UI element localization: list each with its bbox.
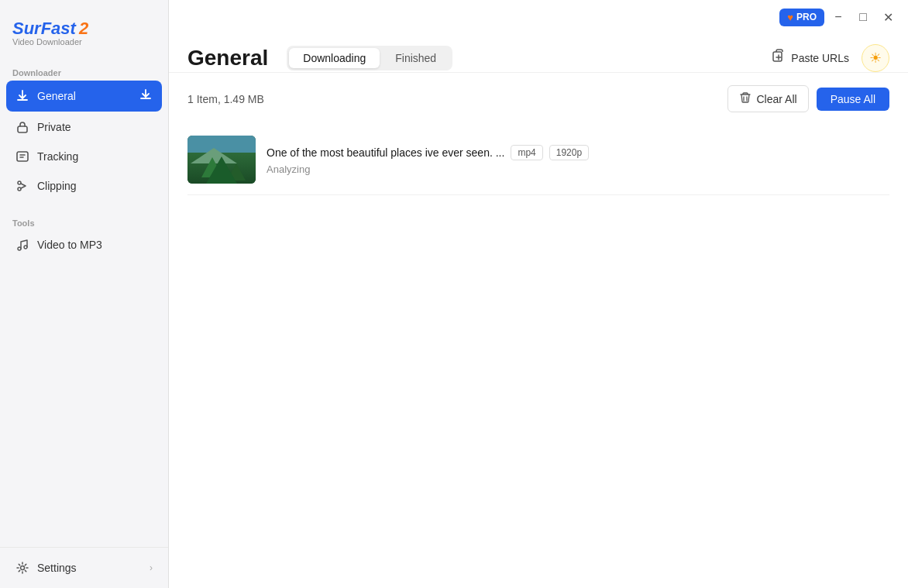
- sidebar-nav: General Private: [0, 81, 168, 200]
- tab-finished[interactable]: Finished: [381, 48, 450, 68]
- private-icon: [15, 120, 29, 134]
- sidebar-item-tracking-label: Tracking: [37, 150, 78, 163]
- paste-plus-icon: [771, 48, 786, 67]
- logo-2: 2: [79, 19, 88, 39]
- pro-label: PRO: [796, 12, 817, 22]
- chevron-right-icon: ›: [150, 562, 153, 573]
- svg-rect-1: [17, 152, 28, 161]
- item-info: One of the most beautiful places ive eve…: [267, 145, 889, 175]
- download-item: One of the most beautiful places ive eve…: [187, 125, 889, 195]
- tools-nav: Video to MP3: [0, 231, 168, 259]
- item-title-text: One of the most beautiful places ive eve…: [267, 146, 504, 159]
- sidebar-item-general-label: General: [37, 90, 76, 102]
- logo-surfast: SurFast: [12, 19, 76, 39]
- close-button[interactable]: ✕: [877, 6, 899, 28]
- paste-urls-label: Paste URLs: [791, 52, 849, 64]
- action-buttons: Clear All Pause All: [727, 85, 889, 112]
- sidebar-item-private-label: Private: [37, 121, 71, 133]
- tools-section: Tools Video to MP3: [0, 212, 168, 259]
- video-to-mp3-label: Video to MP3: [37, 239, 102, 251]
- pro-badge[interactable]: ♥ PRO: [779, 9, 824, 26]
- svg-rect-0: [18, 126, 27, 132]
- logo: SurFast 2: [12, 19, 156, 39]
- content-header: General Downloading Finished Paste URLs …: [169, 34, 908, 73]
- settings-item[interactable]: Settings ›: [6, 554, 162, 582]
- svg-point-4: [18, 247, 21, 250]
- header-actions: Paste URLs ☀: [768, 43, 889, 72]
- svg-rect-7: [773, 52, 782, 61]
- sidebar-item-private[interactable]: Private: [6, 113, 162, 141]
- logo-area: SurFast 2 Video Downloader: [0, 0, 168, 62]
- page-title: General: [187, 46, 268, 70]
- stats-text: 1 Item, 1.49 MB: [187, 93, 264, 105]
- tab-group: Downloading Finished: [287, 46, 452, 70]
- item-status: Analyzing: [267, 163, 889, 175]
- theme-toggle-button[interactable]: ☀: [862, 44, 889, 72]
- download-arrow-icon: [139, 88, 153, 105]
- sidebar-item-tracking[interactable]: Tracking: [6, 143, 162, 170]
- svg-point-6: [21, 566, 25, 570]
- title-bar: ♥ PRO − □ ✕: [169, 0, 908, 34]
- sun-icon: ☀: [869, 50, 882, 67]
- tracking-icon: [15, 150, 29, 163]
- thumbnail-bg: [187, 136, 256, 184]
- settings-label: Settings: [37, 562, 77, 574]
- downloader-section-label: Downloader: [0, 62, 168, 81]
- tab-downloading[interactable]: Downloading: [289, 48, 380, 68]
- clear-all-button[interactable]: Clear All: [727, 85, 808, 112]
- sidebar-item-clipping-label: Clipping: [37, 180, 77, 192]
- settings-icon: [15, 561, 29, 575]
- maximize-button[interactable]: □: [852, 6, 874, 28]
- item-title: One of the most beautiful places ive eve…: [267, 145, 889, 160]
- sidebar-bottom: Settings ›: [0, 547, 168, 588]
- svg-point-5: [24, 246, 27, 249]
- sidebar-item-general[interactable]: General: [6, 81, 162, 112]
- content-body: 1 Item, 1.49 MB Clear All Pause All: [169, 73, 908, 588]
- sidebar-item-video-to-mp3[interactable]: Video to MP3: [6, 231, 162, 259]
- resolution-badge: 1920p: [549, 145, 589, 160]
- stats-bar: 1 Item, 1.49 MB Clear All Pause All: [187, 85, 889, 112]
- main-content: ♥ PRO − □ ✕ General Downloading Finished…: [169, 0, 908, 588]
- tools-section-label: Tools: [0, 212, 168, 231]
- pro-heart-icon: ♥: [787, 12, 793, 23]
- thumbnail-tree-center: [206, 156, 237, 184]
- music-icon: [15, 238, 29, 252]
- minimize-button[interactable]: −: [827, 6, 849, 28]
- trash-icon: [739, 91, 752, 106]
- video-thumbnail: [187, 136, 256, 184]
- download-icon: [15, 89, 29, 103]
- clear-all-label: Clear All: [756, 93, 796, 105]
- clipping-icon: [15, 179, 29, 193]
- format-badge: mp4: [511, 145, 542, 160]
- paste-urls-button[interactable]: Paste URLs: [768, 43, 852, 72]
- pause-all-button[interactable]: Pause All: [817, 88, 889, 111]
- sidebar: SurFast 2 Video Downloader Downloader Ge…: [0, 0, 169, 588]
- sidebar-item-clipping[interactable]: Clipping: [6, 172, 162, 200]
